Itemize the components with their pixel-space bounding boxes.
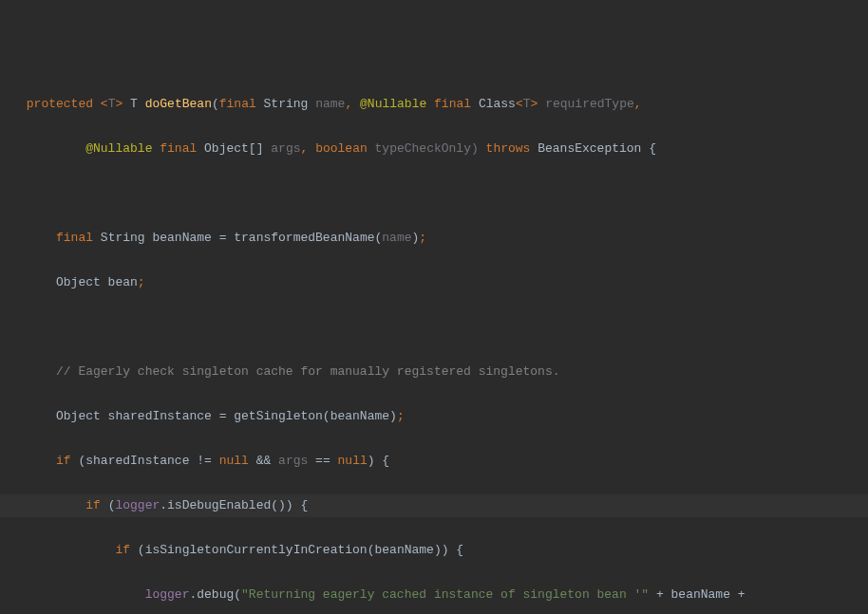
type: Class xyxy=(471,97,516,111)
param-ref: name xyxy=(382,231,411,245)
code-line-6: Object sharedInstance = getSingleton(bea… xyxy=(0,405,868,428)
generic-close: > xyxy=(115,97,123,111)
keyword-boolean: boolean xyxy=(315,141,368,156)
blank-line xyxy=(0,182,868,205)
keyword-if: if xyxy=(85,498,101,512)
keyword-final: final xyxy=(56,231,93,245)
method-name: doGetBean xyxy=(145,97,212,111)
keyword-final: final xyxy=(434,97,471,111)
comment-text: // Eagerly check singleton cache for man… xyxy=(56,364,560,379)
code-line-1: protected <T> T doGetBean(final String n… xyxy=(0,93,868,116)
keyword-throws: throws xyxy=(486,141,531,156)
param-args: args xyxy=(271,141,300,156)
param-required: requiredType xyxy=(538,97,633,111)
code-line-4: Object bean; xyxy=(0,271,868,294)
field-logger: logger xyxy=(115,498,160,512)
type: String xyxy=(256,97,315,111)
code-line-2: @Nullable final Object[] args, boolean t… xyxy=(0,138,868,160)
keyword-final: final xyxy=(160,141,197,156)
code-line-3: final String beanName = transformedBeanN… xyxy=(0,227,868,250)
generic-open: < xyxy=(101,97,108,111)
semicolon: ; xyxy=(419,231,426,245)
code-line-comment: // Eagerly check singleton cache for man… xyxy=(0,361,868,383)
annotation: @Nullable xyxy=(360,97,426,111)
keyword-if: if xyxy=(56,454,71,468)
return-type: T xyxy=(130,97,138,111)
code-line-8-highlighted: if (logger.isDebugEnabled()) { xyxy=(0,494,868,517)
keyword-protected: protected xyxy=(27,97,93,111)
keyword-final: final xyxy=(219,97,256,111)
code-line-10: logger.debug("Returning eagerly cached i… xyxy=(0,584,868,606)
param-name: name xyxy=(315,97,345,111)
code-line-9: if (isSingletonCurrentlyInCreation(beanN… xyxy=(0,539,868,562)
blank-line xyxy=(0,316,868,339)
keyword-if: if xyxy=(115,543,130,557)
string-literal: "Returning eagerly cached instance of si… xyxy=(241,587,649,602)
keyword-null: null xyxy=(219,454,249,468)
param-typecheck: typeCheckOnly) xyxy=(368,141,479,156)
annotation: @Nullable xyxy=(85,141,152,156)
paren: ( xyxy=(212,97,219,111)
field-logger: logger xyxy=(145,587,190,602)
code-line-7: if (sharedInstance != null && args == nu… xyxy=(0,450,868,473)
